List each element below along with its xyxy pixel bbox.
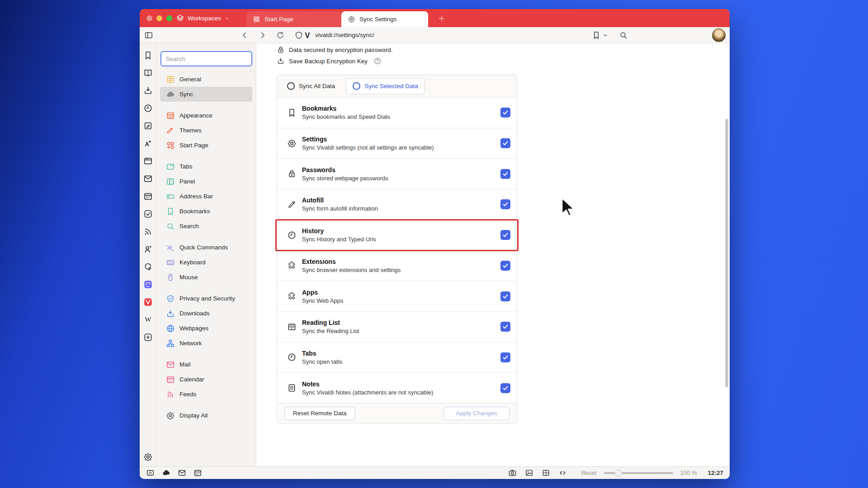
camera-icon[interactable] bbox=[508, 469, 517, 477]
search-icon[interactable] bbox=[619, 31, 628, 40]
sidebar-item-general[interactable]: General bbox=[160, 72, 252, 87]
sync-row-checkbox[interactable] bbox=[500, 291, 510, 301]
address-bar[interactable]: vivaldi://settings/sync/ bbox=[315, 27, 374, 43]
bookmark-icon[interactable] bbox=[143, 51, 153, 60]
general-icon bbox=[166, 75, 175, 84]
calendar-icon[interactable] bbox=[143, 192, 153, 201]
sidebar-item-panel[interactable]: Panel bbox=[160, 174, 252, 189]
sidebar-item-keyboard[interactable]: Keyboard bbox=[160, 255, 252, 270]
settings-search-input[interactable] bbox=[160, 51, 252, 66]
notes-icon[interactable] bbox=[143, 121, 153, 131]
close-button[interactable] bbox=[146, 15, 152, 21]
backup-key-link[interactable]: Save Backup Encryption Key bbox=[289, 58, 368, 65]
sync-row-checkbox[interactable] bbox=[500, 169, 510, 179]
radio-icon bbox=[287, 82, 295, 90]
new-tab-button[interactable]: + bbox=[434, 12, 449, 25]
sidebar-item-search[interactable]: Search bbox=[160, 219, 252, 234]
sidebar-item-privacy-and-security[interactable]: Privacy and Security bbox=[160, 291, 252, 306]
panel-toggle-bars-icon[interactable] bbox=[146, 469, 155, 477]
sidebar-item-tabs[interactable]: Tabs bbox=[160, 159, 252, 174]
zoom-button[interactable] bbox=[166, 15, 172, 21]
gear-icon bbox=[287, 139, 297, 148]
sidebar-item-sync[interactable]: Sync bbox=[160, 87, 252, 102]
chat-icon[interactable] bbox=[143, 262, 153, 272]
sidebar-item-themes[interactable]: Themes bbox=[160, 123, 252, 138]
back-icon[interactable] bbox=[240, 31, 249, 40]
sync-selected-data-option[interactable]: Sync Selected Data bbox=[346, 78, 425, 94]
profile-avatar[interactable] bbox=[712, 28, 726, 42]
sidebar-item-mouse[interactable]: Mouse bbox=[160, 270, 252, 285]
tasks-icon[interactable] bbox=[143, 209, 153, 219]
add-webpanel-icon[interactable] bbox=[143, 333, 153, 342]
sync-all-data-option[interactable]: Sync All Data bbox=[287, 82, 335, 90]
code-icon[interactable] bbox=[558, 469, 567, 477]
translate-icon[interactable] bbox=[143, 139, 153, 148]
sidebar-item-quick-commands[interactable]: Quick Commands bbox=[160, 240, 252, 255]
reset-remote-data-button[interactable]: Reset Remote Data bbox=[284, 407, 355, 420]
panel-toggle-icon[interactable] bbox=[144, 31, 153, 40]
reload-icon[interactable] bbox=[276, 31, 285, 40]
feeds-icon[interactable] bbox=[143, 227, 153, 236]
sync-row-checkbox[interactable] bbox=[500, 138, 510, 148]
sync-row-subtitle: Sync Web Apps bbox=[302, 297, 344, 304]
sync-panel-footer: Reset Remote Data Apply Changes bbox=[277, 403, 517, 423]
sync-row-checkbox[interactable] bbox=[500, 352, 510, 362]
zoom-reset-button[interactable]: Reset bbox=[581, 469, 597, 476]
zoom-slider-knob[interactable] bbox=[615, 469, 622, 477]
image-icon[interactable] bbox=[525, 469, 533, 477]
sync-row-checkbox[interactable] bbox=[500, 199, 510, 209]
history-icon[interactable] bbox=[143, 103, 153, 113]
minimize-button[interactable] bbox=[156, 15, 162, 21]
wikipedia-icon[interactable]: W bbox=[143, 315, 153, 324]
sync-row-reading-list: Reading ListSync the Reading List bbox=[277, 312, 517, 343]
window-icon[interactable] bbox=[143, 156, 153, 166]
sidebar-item-display-all[interactable]: Display All bbox=[160, 408, 252, 423]
sidebar-item-downloads[interactable]: Downloads bbox=[160, 306, 252, 321]
shield-icon[interactable] bbox=[294, 31, 303, 40]
sidebar-item-label: Quick Commands bbox=[179, 244, 228, 251]
tiling-icon[interactable] bbox=[542, 469, 550, 477]
cloud-icon[interactable] bbox=[162, 469, 170, 477]
sidebar-item-appearance[interactable]: Appearance bbox=[160, 108, 252, 123]
download-icon bbox=[166, 309, 175, 318]
sidebar-item-calendar[interactable]: Calendar bbox=[160, 372, 252, 387]
scrollbar-thumb[interactable] bbox=[725, 119, 728, 387]
help-icon[interactable] bbox=[373, 57, 382, 65]
zoom-slider[interactable] bbox=[604, 472, 673, 474]
backup-key-row: Save Backup Encryption Key bbox=[277, 57, 382, 65]
sidebar-item-address-bar[interactable]: Address Bar bbox=[160, 189, 252, 204]
keyboard-icon bbox=[166, 258, 175, 267]
chevron-down-icon[interactable] bbox=[602, 32, 609, 38]
settings-gear-icon[interactable] bbox=[143, 452, 153, 462]
download-icon[interactable] bbox=[143, 86, 153, 95]
sync-row-checkbox[interactable] bbox=[500, 322, 510, 332]
sync-row-checkbox[interactable] bbox=[500, 108, 510, 117]
bookmark-icon[interactable] bbox=[592, 31, 601, 40]
sync-row-text: ExtensionsSync browser extensions and se… bbox=[302, 258, 401, 273]
sync-row-text: Reading ListSync the Reading List bbox=[302, 319, 359, 334]
workspaces-button[interactable]: Workspaces bbox=[176, 9, 230, 27]
sync-row-checkbox[interactable] bbox=[500, 383, 510, 393]
vivaldi-icon[interactable] bbox=[143, 297, 153, 307]
sidebar-item-feeds[interactable]: Feeds bbox=[160, 387, 252, 402]
sidebar-item-network[interactable]: Network bbox=[160, 336, 252, 351]
reading-list-icon[interactable] bbox=[143, 68, 153, 78]
settings-sidebar: GeneralSyncAppearanceThemesStart PageTab… bbox=[156, 43, 256, 466]
mastodon-icon[interactable] bbox=[143, 280, 153, 289]
mail-icon[interactable] bbox=[178, 469, 186, 477]
sidebar-item-start-page[interactable]: Start Page bbox=[160, 138, 252, 153]
sidebar-item-mail[interactable]: Mail bbox=[160, 357, 252, 372]
contacts-icon[interactable] bbox=[143, 244, 153, 254]
apply-changes-button[interactable]: Apply Changes bbox=[443, 407, 509, 420]
sync-row-checkbox[interactable] bbox=[500, 230, 510, 240]
sidebar-item-webpages[interactable]: Webpages bbox=[160, 321, 252, 336]
sync-row-subtitle: Sync form autofill information bbox=[302, 205, 378, 212]
calendar-icon[interactable] bbox=[193, 469, 202, 477]
sync-row-checkbox[interactable] bbox=[500, 261, 510, 271]
forward-icon[interactable] bbox=[258, 31, 267, 40]
tab-sync-settings[interactable]: Sync Settings bbox=[341, 11, 428, 27]
mail-icon[interactable] bbox=[143, 174, 153, 183]
tab-start-page[interactable]: Start Page bbox=[246, 11, 341, 27]
sync-icon bbox=[166, 90, 175, 99]
sidebar-item-bookmarks[interactable]: Bookmarks bbox=[160, 204, 252, 219]
